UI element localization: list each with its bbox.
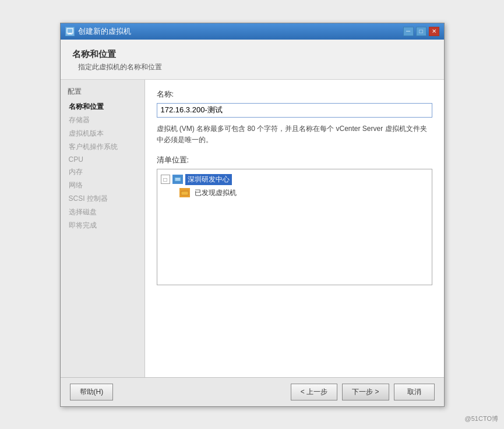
folder-icon	[179, 188, 190, 197]
window-title: 创建新的虚拟机	[78, 26, 131, 37]
svg-rect-4	[175, 178, 180, 179]
svg-rect-0	[67, 29, 73, 33]
svg-rect-6	[181, 192, 188, 195]
close-button[interactable]: ✕	[429, 27, 439, 36]
tree-root-row: □ 深圳研发中心	[161, 173, 428, 186]
tree-expand-icon[interactable]: □	[161, 175, 170, 184]
footer-right: < 上一步 下一步 > 取消	[291, 384, 435, 400]
watermark: @51CTO博	[465, 414, 498, 423]
maximize-button[interactable]: □	[416, 27, 427, 36]
content-area: 名称和位置 指定此虚拟机的名称和位置 配置 名称和位置 存储器 虚拟机版本 客户…	[61, 40, 444, 377]
datacenter-icon	[172, 175, 183, 184]
page-title: 名称和位置	[72, 49, 432, 60]
cancel-button[interactable]: 取消	[394, 384, 435, 400]
titlebar-left: 创建新的虚拟机	[65, 26, 131, 37]
tree-container: □ 深圳研发中心	[157, 169, 432, 285]
form-description: 虚拟机 (VM) 名称最多可包含 80 个字符，并且名称在每个 vCenter …	[157, 123, 432, 146]
svg-rect-2	[68, 34, 72, 34]
sidebar-item-name-location[interactable]: 名称和位置	[65, 100, 140, 114]
sidebar-item-memory: 内存	[65, 165, 140, 179]
footer: 帮助(H) < 上一步 下一步 > 取消	[61, 377, 444, 406]
tree-folder-row: 已发现虚拟机	[179, 186, 428, 200]
tree-child-label[interactable]: 已发现虚拟机	[192, 187, 239, 198]
form-area: 名称: 虚拟机 (VM) 名称最多可包含 80 个字符，并且名称在每个 vCen…	[145, 80, 444, 377]
location-label: 清单位置:	[157, 155, 432, 165]
header-section: 名称和位置 指定此虚拟机的名称和位置	[61, 40, 444, 80]
sidebar-item-cpu: CPU	[65, 154, 140, 165]
sidebar-item-storage: 存储器	[65, 114, 140, 127]
main-section: 配置 名称和位置 存储器 虚拟机版本 客户机操作系统 CPU 内存 网络 SCS…	[61, 80, 444, 377]
sidebar-item-scsi: SCSI 控制器	[65, 192, 140, 205]
sidebar-section-title: 配置	[65, 87, 140, 97]
tree-root-label[interactable]: 深圳研发中心	[185, 174, 232, 185]
name-input[interactable]	[157, 103, 432, 118]
titlebar-controls: ─ □ ✕	[403, 27, 439, 36]
svg-rect-5	[175, 180, 180, 181]
page-subtitle: 指定此虚拟机的名称和位置	[78, 62, 432, 72]
sidebar-item-network: 网络	[65, 179, 140, 192]
back-button[interactable]: < 上一步	[291, 384, 337, 400]
minimize-button[interactable]: ─	[403, 27, 414, 36]
svg-rect-3	[174, 177, 181, 182]
titlebar: 创建新的虚拟机 ─ □ ✕	[61, 23, 444, 40]
next-button[interactable]: 下一步 >	[342, 384, 389, 400]
sidebar-item-vm-version: 虚拟机版本	[65, 127, 140, 140]
sidebar: 配置 名称和位置 存储器 虚拟机版本 客户机操作系统 CPU 内存 网络 SCS…	[61, 80, 145, 377]
sidebar-item-finish: 即将完成	[65, 219, 140, 232]
tree-child-row: 已发现虚拟机	[179, 186, 428, 200]
vm-icon	[65, 27, 75, 36]
help-button[interactable]: 帮助(H)	[70, 384, 114, 400]
main-window: 创建新的虚拟机 ─ □ ✕ 名称和位置 指定此虚拟机的名称和位置 配置 名称和位…	[60, 23, 445, 407]
sidebar-item-disk: 选择磁盘	[65, 205, 140, 219]
sidebar-item-guest-os: 客户机操作系统	[65, 140, 140, 154]
name-label: 名称:	[157, 89, 432, 100]
footer-left: 帮助(H)	[70, 384, 114, 400]
